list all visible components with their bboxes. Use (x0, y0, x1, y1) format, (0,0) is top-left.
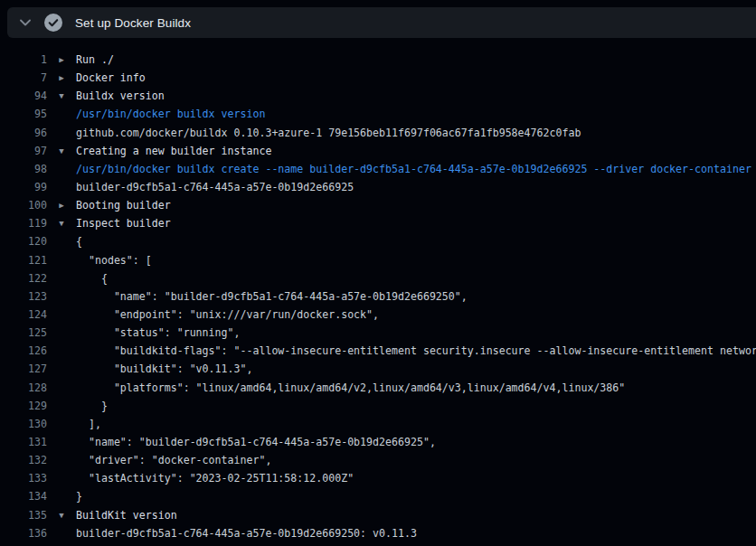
log-line: 131 "name": "builder-d9cfb5a1-c764-445a-… (0, 433, 756, 451)
line-number[interactable]: 100 (0, 196, 47, 214)
line-number[interactable]: 124 (0, 306, 47, 324)
group-title[interactable]: Booting builder (76, 196, 756, 214)
group-expanded-icon[interactable]: ▼ (47, 506, 76, 524)
log-line: 120 { (0, 232, 756, 250)
log-group-line[interactable]: 1 ▶ Run ./ (0, 51, 756, 69)
log-line: 99 builder-d9cfb5a1-c764-445a-a57e-0b19d… (0, 178, 756, 196)
step-title: Set up Docker Buildx (75, 16, 191, 30)
group-title[interactable]: Creating a new builder instance (76, 142, 756, 160)
output-text: "buildkitd-flags": "--allow-insecure-ent… (76, 342, 756, 360)
log-line: 132 "driver": "docker-container", (0, 451, 756, 469)
log-line: 130 ], (0, 415, 756, 433)
output-text: "lastActivity": "2023-02-25T11:58:12.000… (76, 469, 756, 487)
output-text: builder-d9cfb5a1-c764-445a-a57e-0b19d2e6… (76, 178, 756, 196)
line-number[interactable]: 1 (0, 51, 47, 69)
output-text: } (76, 397, 756, 415)
log-line: 127 "buildkit": "v0.11.3", (0, 360, 756, 378)
log-line: 136 builder-d9cfb5a1-c764-445a-a57e-0b19… (0, 524, 756, 542)
line-number[interactable]: 94 (0, 87, 47, 105)
output-text: "platforms": "linux/amd64,linux/amd64/v2… (76, 379, 756, 397)
line-number[interactable]: 122 (0, 269, 47, 287)
group-title[interactable]: Docker info (76, 69, 756, 87)
line-number[interactable]: 132 (0, 451, 47, 469)
log-group-line[interactable]: 94 ▼ Buildx version (0, 87, 756, 105)
line-number[interactable]: 134 (0, 487, 47, 505)
group-title[interactable]: Run ./ (76, 51, 756, 69)
log-line: 134 } (0, 487, 756, 505)
line-number[interactable]: 129 (0, 397, 47, 415)
line-number[interactable]: 99 (0, 178, 47, 196)
line-number[interactable]: 98 (0, 160, 47, 178)
chevron-down-icon[interactable] (18, 15, 33, 30)
output-text: "nodes": [ (76, 251, 756, 269)
log-group-line[interactable]: 135 ▼ BuildKit version (0, 506, 756, 524)
line-number[interactable]: 131 (0, 433, 47, 451)
line-number[interactable]: 97 (0, 142, 47, 160)
line-number[interactable]: 96 (0, 124, 47, 142)
output-text: "name": "builder-d9cfb5a1-c764-445a-a57e… (76, 433, 756, 451)
log-line: 123 "name": "builder-d9cfb5a1-c764-445a-… (0, 287, 756, 306)
log-line: 125 "status": "running", (0, 324, 756, 342)
line-number[interactable]: 130 (0, 415, 47, 433)
group-expanded-icon[interactable]: ▼ (47, 87, 76, 105)
line-number[interactable]: 125 (0, 324, 47, 342)
log-line: 129 } (0, 397, 756, 415)
log-group-line[interactable]: 97 ▼ Creating a new builder instance (0, 142, 756, 160)
group-title[interactable]: Inspect builder (76, 214, 756, 232)
command-text: /usr/bin/docker buildx version (76, 105, 756, 123)
group-title[interactable]: BuildKit version (76, 506, 756, 524)
log-line: 121 "nodes": [ (0, 251, 756, 269)
output-text: "buildkit": "v0.11.3", (76, 360, 756, 378)
line-number[interactable]: 135 (0, 506, 47, 524)
group-title[interactable]: Buildx version (76, 87, 756, 105)
group-collapsed-icon[interactable]: ▶ (47, 69, 76, 87)
line-number[interactable]: 126 (0, 342, 47, 360)
log-line: 96 github.com/docker/buildx 0.10.3+azure… (0, 124, 756, 142)
output-text: } (76, 487, 756, 505)
line-number[interactable]: 127 (0, 360, 47, 378)
log-line: 133 "lastActivity": "2023-02-25T11:58:12… (0, 469, 756, 487)
line-number[interactable]: 7 (0, 69, 47, 87)
check-circle-icon (44, 14, 62, 32)
log-line: 122 { (0, 269, 756, 287)
output-text: "driver": "docker-container", (76, 451, 756, 469)
output-text: "status": "running", (76, 324, 756, 342)
output-text: { (76, 232, 756, 250)
step-header[interactable]: Set up Docker Buildx (7, 7, 756, 38)
output-text: "endpoint": "unix:///var/run/docker.sock… (76, 306, 756, 324)
output-text: github.com/docker/buildx 0.10.3+azure-1 … (76, 124, 756, 142)
line-number[interactable]: 119 (0, 214, 47, 232)
log-group-line[interactable]: 7 ▶ Docker info (0, 69, 756, 87)
log-line: 124 "endpoint": "unix:///var/run/docker.… (0, 306, 756, 324)
output-text: builder-d9cfb5a1-c764-445a-a57e-0b19d2e6… (76, 524, 756, 542)
output-text: ], (76, 415, 756, 433)
line-number[interactable]: 121 (0, 251, 47, 269)
log-line: 95 /usr/bin/docker buildx version (0, 105, 756, 123)
command-text: /usr/bin/docker buildx create --name bui… (76, 160, 756, 178)
output-text: { (76, 269, 756, 287)
line-number[interactable]: 120 (0, 232, 47, 250)
log-viewer: 1 ▶ Run ./ 7 ▶ Docker info 94 ▼ Buildx v… (0, 45, 756, 546)
log-line: 126 "buildkitd-flags": "--allow-insecure… (0, 342, 756, 360)
output-text: "name": "builder-d9cfb5a1-c764-445a-a57e… (76, 287, 756, 306)
log-line: 98 /usr/bin/docker buildx create --name … (0, 160, 756, 178)
line-number[interactable]: 123 (0, 287, 47, 306)
line-number[interactable]: 136 (0, 524, 47, 542)
group-expanded-icon[interactable]: ▼ (47, 142, 76, 160)
group-collapsed-icon[interactable]: ▶ (47, 196, 76, 214)
log-group-line[interactable]: 119 ▼ Inspect builder (0, 214, 756, 232)
line-number[interactable]: 95 (0, 105, 47, 123)
log-group-line[interactable]: 100 ▶ Booting builder (0, 196, 756, 214)
log-line: 128 "platforms": "linux/amd64,linux/amd6… (0, 379, 756, 397)
line-number[interactable]: 128 (0, 379, 47, 397)
line-number[interactable]: 133 (0, 469, 47, 487)
group-collapsed-icon[interactable]: ▶ (47, 51, 76, 69)
group-expanded-icon[interactable]: ▼ (47, 214, 76, 232)
